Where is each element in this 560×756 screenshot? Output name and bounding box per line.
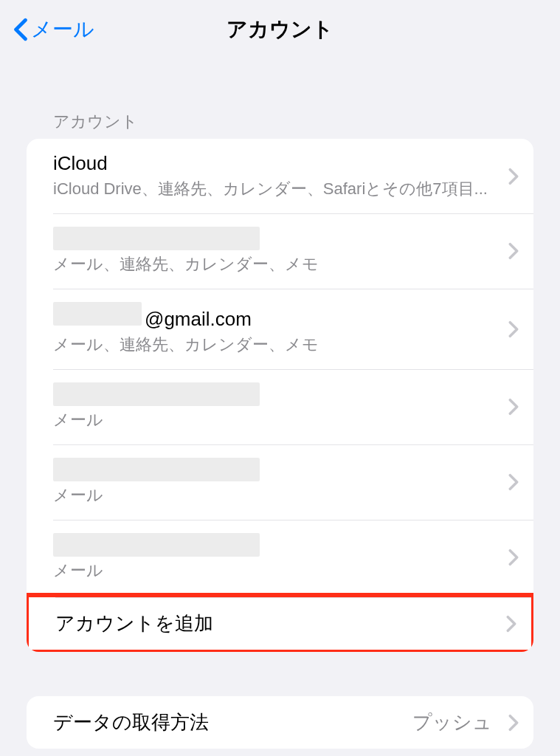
account-subtitle: iCloud Drive、連絡先、カレンダー、Safariとその他7項目... [53,178,501,200]
back-button[interactable]: メール [0,16,94,44]
chevron-right-icon [508,398,519,416]
chevron-right-icon [508,714,519,732]
back-label: メール [31,16,94,44]
fetch-row[interactable]: データの取得方法 プッシュ [27,696,533,749]
fetch-group: データの取得方法 プッシュ [27,696,533,749]
redacted-account-name [53,533,260,557]
account-subtitle: メール [53,560,501,582]
accounts-group: iCloud iCloud Drive、連絡先、カレンダー、Safariとその他… [27,139,533,652]
chevron-right-icon [508,168,519,185]
account-row-icloud[interactable]: iCloud iCloud Drive、連絡先、カレンダー、Safariとその他… [27,139,533,213]
redacted-account-name [53,382,260,406]
account-row[interactable]: メール [27,444,533,520]
add-account-row[interactable]: アカウントを追加 [27,593,533,652]
add-account-label: アカウントを追加 [55,611,499,636]
section-header-accounts: アカウント [0,111,560,139]
fetch-label: データの取得方法 [53,709,412,735]
account-subtitle: メール [53,409,501,431]
chevron-right-icon [508,320,519,338]
account-row[interactable]: メール [27,520,533,595]
chevron-left-icon [13,18,28,41]
page-title: アカウント [227,16,333,44]
redacted-account-name [53,302,142,326]
chevron-right-icon [508,473,519,491]
redacted-account-name [53,458,260,481]
account-title: iCloud [53,152,501,175]
nav-header: メール アカウント [0,0,560,59]
redacted-account-name [53,227,260,250]
account-row-gmail[interactable]: @gmail.com メール、連絡先、カレンダー、メモ [27,289,533,369]
account-subtitle: メール、連絡先、カレンダー、メモ [53,253,501,275]
account-row[interactable]: メール、連絡先、カレンダー、メモ [27,213,533,289]
chevron-right-icon [508,549,519,566]
chevron-right-icon [508,242,519,260]
account-subtitle: メール [53,484,501,506]
chevron-right-icon [506,615,516,633]
account-subtitle: メール、連絡先、カレンダー、メモ [53,334,501,356]
account-title-suffix: @gmail.com [145,308,252,331]
fetch-value: プッシュ [412,709,492,735]
account-row[interactable]: メール [27,369,533,444]
